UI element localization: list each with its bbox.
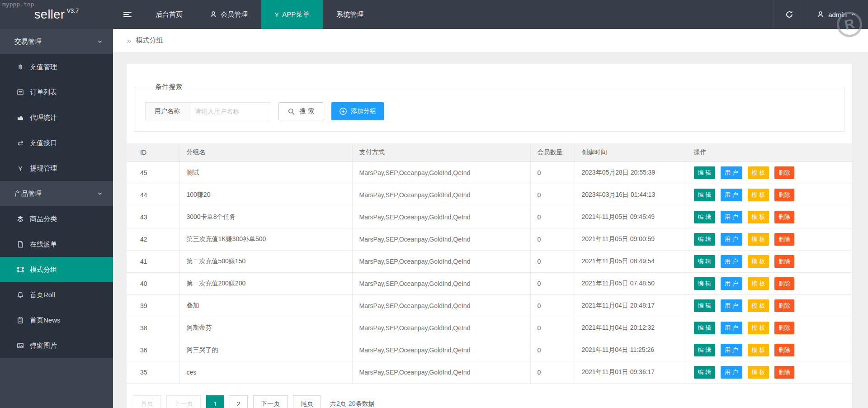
user-button[interactable]: 用 户: [721, 166, 742, 179]
table-header: ID 分组名 支付方式 会员数量 创建时间 操作: [127, 143, 852, 161]
cell-pay-methods: MarsPay,SEP,Oceanpay,GoldInd,QeInd: [352, 294, 530, 317]
column-header-actions: 操作: [687, 143, 852, 161]
cell-id: 44: [127, 184, 179, 206]
template-button[interactable]: 模 板: [748, 277, 769, 290]
edit-button[interactable]: 编 辑: [694, 344, 716, 356]
user-button[interactable]: 用 户: [721, 366, 742, 379]
sidebar-section-trade[interactable]: 交易管理: [0, 29, 113, 54]
pagination-prev-button[interactable]: 上一页: [166, 395, 201, 408]
template-button[interactable]: 模 板: [748, 366, 769, 379]
object-group-icon: [15, 266, 25, 273]
sidebar-section-label: 产品管理: [14, 190, 42, 198]
nav-item-members[interactable]: 会员管理: [196, 0, 261, 29]
cell-actions: 编 辑 用 户 模 板 删除: [687, 272, 852, 294]
brand-name: seller: [34, 8, 65, 22]
template-button[interactable]: 模 板: [748, 233, 769, 246]
user-button[interactable]: 用 户: [721, 189, 742, 201]
edit-button[interactable]: 编 辑: [694, 366, 716, 379]
content-card: 条件搜索 用户名称 搜 索 添加分组: [127, 64, 852, 408]
refresh-button[interactable]: [774, 0, 805, 29]
pagination-page-2[interactable]: 2: [230, 395, 248, 408]
edit-button[interactable]: 编 辑: [694, 189, 716, 201]
template-button[interactable]: 模 板: [748, 299, 769, 312]
edit-button[interactable]: 编 辑: [694, 166, 716, 179]
template-button[interactable]: 模 板: [748, 344, 769, 356]
cell-actions: 编 辑 用 户 模 板 删除: [687, 339, 852, 361]
pagination: 首页 上一页 1 2 下一页 尾页 共2页20条数据: [133, 395, 852, 408]
bell-icon: [15, 291, 25, 299]
sidebar-item-agent-stats[interactable]: 代理统计: [0, 105, 113, 130]
sidebar-item-mode-groups[interactable]: 模式分组: [0, 257, 113, 282]
user-button[interactable]: 用 户: [721, 277, 742, 290]
table-body: 45 测试 MarsPay,SEP,Oceanpay,GoldInd,QeInd…: [127, 161, 852, 383]
sidebar-item-label: 充值接口: [30, 139, 57, 147]
add-group-button[interactable]: 添加分组: [331, 102, 384, 120]
cell-created-time: 2021年11月04日 11:25:26: [575, 339, 687, 361]
template-button[interactable]: 模 板: [748, 189, 769, 201]
edit-button[interactable]: 编 辑: [694, 233, 716, 246]
delete-button[interactable]: 删除: [774, 299, 794, 312]
sidebar-toggle-button[interactable]: [113, 0, 142, 29]
sidebar-item-popup-image[interactable]: 弹窗图片: [0, 333, 113, 358]
nav-item-dashboard[interactable]: 后台首页: [142, 0, 196, 29]
template-button[interactable]: 模 板: [748, 211, 769, 223]
user-button[interactable]: 用 户: [721, 322, 742, 334]
nav-item-system[interactable]: 系统管理: [323, 0, 377, 29]
sidebar-item-recharge-manage[interactable]: ฿ 充值管理: [0, 54, 113, 80]
delete-button[interactable]: 删除: [774, 366, 794, 379]
user-button[interactable]: 用 户: [721, 211, 742, 223]
username-input[interactable]: [189, 103, 271, 120]
delete-button[interactable]: 删除: [774, 344, 794, 356]
edit-button[interactable]: 编 辑: [694, 255, 716, 268]
pagination-page-1[interactable]: 1: [206, 395, 224, 408]
pagination-last-button[interactable]: 尾页: [293, 395, 321, 408]
delete-button[interactable]: 删除: [774, 255, 794, 268]
hamburger-icon: [123, 10, 132, 19]
edit-button[interactable]: 编 辑: [694, 277, 716, 290]
user-button[interactable]: 用 户: [721, 344, 742, 356]
search-button[interactable]: 搜 索: [278, 102, 323, 120]
cell-member-count: 0: [530, 228, 575, 250]
delete-button[interactable]: 删除: [774, 189, 794, 201]
template-button[interactable]: 模 板: [748, 255, 769, 268]
template-button[interactable]: 模 板: [748, 166, 769, 179]
cell-member-count: 0: [530, 361, 575, 383]
summary-unit-pages: 页: [340, 400, 346, 407]
nav-item-app-menu[interactable]: ¥ APP菜单: [261, 0, 323, 29]
cell-actions: 编 辑 用 户 模 板 删除: [687, 250, 852, 272]
template-button[interactable]: 模 板: [748, 322, 769, 334]
cell-created-time: 2021年11月05日 08:49:54: [575, 250, 687, 272]
cell-group-name: 测试: [179, 161, 352, 184]
sidebar-item-order-list[interactable]: 订单列表: [0, 80, 113, 105]
breadcrumb-arrow-icon: »: [127, 36, 132, 46]
cell-pay-methods: MarsPay,SEP,Oceanpay,GoldInd,QeInd: [352, 317, 530, 339]
sidebar-section-product[interactable]: 产品管理: [0, 181, 113, 206]
username-field-label: 用户名称: [146, 103, 189, 120]
user-button[interactable]: 用 户: [721, 233, 742, 246]
pagination-next-button[interactable]: 下一页: [253, 395, 288, 408]
pagination-first-button[interactable]: 首页: [133, 395, 161, 408]
table-row: 35 ces MarsPay,SEP,Oceanpay,GoldInd,QeIn…: [127, 361, 852, 383]
edit-button[interactable]: 编 辑: [694, 211, 716, 223]
delete-button[interactable]: 删除: [774, 277, 794, 290]
user-button[interactable]: 用 户: [721, 255, 742, 268]
order-list-icon: [15, 89, 25, 96]
sidebar-item-product-category[interactable]: 商品分类: [0, 206, 113, 232]
delete-button[interactable]: 删除: [774, 211, 794, 223]
table-row: 36 阿三哭了的 MarsPay,SEP,Oceanpay,GoldInd,Qe…: [127, 339, 852, 361]
yen-icon: ¥: [275, 11, 278, 19]
edit-button[interactable]: 编 辑: [694, 299, 716, 312]
sidebar-item-recharge-api[interactable]: ⇄ 充值接口: [0, 130, 113, 156]
user-button[interactable]: 用 户: [721, 299, 742, 312]
sidebar-item-home-news[interactable]: 首页News: [0, 308, 113, 333]
sidebar-item-online-dispatch[interactable]: 在线派单: [0, 232, 113, 257]
site-watermark: myppp.top: [2, 1, 34, 8]
brand-version: V3.7: [66, 7, 79, 14]
sidebar-item-home-roll[interactable]: 首页Roll: [0, 282, 113, 308]
delete-button[interactable]: 删除: [774, 166, 794, 179]
cell-group-name: 第二次充值500赚150: [179, 250, 352, 272]
sidebar-item-withdraw-manage[interactable]: ¥ 提现管理: [0, 156, 113, 181]
delete-button[interactable]: 删除: [774, 322, 794, 334]
edit-button[interactable]: 编 辑: [694, 322, 716, 334]
delete-button[interactable]: 删除: [774, 233, 794, 246]
